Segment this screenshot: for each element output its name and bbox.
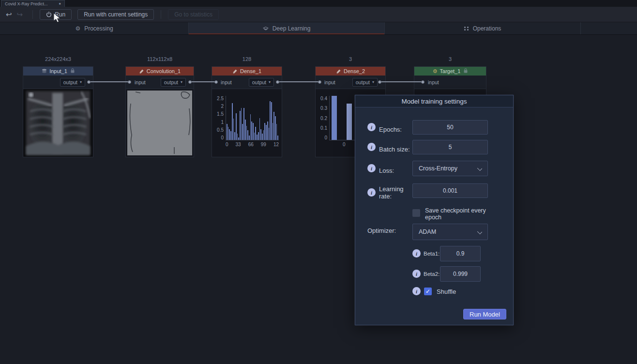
caret-down-icon: ▾ [372, 80, 374, 84]
node-dense2-ports: input output ▾ [316, 76, 385, 89]
input-port-dot[interactable] [128, 80, 131, 84]
component-ribbon: ⚙ Processing Deep Learning Operations [0, 22, 637, 35]
x-tick-label: 0 [343, 142, 346, 147]
y-tick-label: 1 [221, 120, 224, 125]
run-with-settings-label: Run with current settings [84, 11, 148, 18]
ribbon-section-operations[interactable]: Operations [385, 22, 581, 34]
dense1-output-port-dropdown[interactable]: output ▾ [249, 78, 274, 87]
output-port-dot[interactable] [276, 80, 279, 84]
model-tab[interactable]: Covid X-Ray Predict... ● [1, 0, 65, 7]
chart-bar [271, 102, 272, 140]
chart-bar [247, 130, 248, 140]
toolbar-divider [161, 10, 161, 19]
beta2-value: 0.999 [453, 271, 468, 277]
chart-bar [259, 118, 260, 140]
x-tick-label: 33 [236, 142, 241, 147]
chart-bar [253, 123, 254, 140]
batch-size-label: Batch size: [379, 146, 410, 153]
input-port-dot[interactable] [318, 80, 321, 84]
output-port-dot[interactable] [87, 80, 91, 84]
node-convolution1-header[interactable]: Convolution_1 [126, 67, 194, 76]
info-icon[interactable]: i [367, 188, 376, 197]
node-target1-title: Target_1 [440, 68, 461, 74]
info-icon[interactable]: i [412, 287, 421, 295]
chart-bar [273, 112, 274, 140]
output-port-label: output [164, 79, 178, 85]
info-icon[interactable]: i [412, 270, 421, 278]
chart-bar [258, 132, 259, 140]
dense1-shape-label: 128 [212, 56, 282, 62]
learning-rate-value: 0.001 [443, 187, 457, 194]
beta1-input[interactable]: 0.9 [440, 246, 481, 261]
lock-icon [71, 68, 75, 74]
chart-bar [251, 121, 252, 140]
toolbar: ↩ ↪ Run Run with current settings Go to … [0, 7, 637, 22]
y-tick-label: 2.5 [217, 96, 224, 101]
batch-size-input[interactable]: 5 [412, 140, 488, 154]
info-icon[interactable]: i [367, 164, 376, 172]
target-gear-icon: ⚙ [433, 69, 438, 74]
chart-bar [243, 108, 244, 140]
input1-output-port-dropdown[interactable]: output ▾ [60, 78, 85, 87]
node-input1-ports: output ▾ [23, 76, 93, 89]
input1-xray-preview [23, 89, 93, 157]
y-tick-label: 0 [221, 135, 224, 140]
shuffle-checkbox[interactable]: ✓ [424, 288, 432, 295]
ribbon-section-deep-learning[interactable]: Deep Learning [189, 22, 385, 34]
chart-bar [242, 124, 243, 140]
learning-rate-label: Learning rate: [379, 186, 409, 200]
model-tab-title: Covid X-Ray Predict... [5, 1, 56, 6]
y-tick-label: 0.4 [320, 96, 327, 101]
info-icon[interactable]: i [367, 143, 376, 151]
shuffle-label: Shuffle [437, 288, 456, 295]
learning-rate-input[interactable]: 0.001 [412, 183, 488, 198]
info-icon[interactable]: i [367, 123, 376, 131]
output-port-label: output [252, 79, 266, 85]
input-port-label: input [135, 79, 146, 85]
info-icon[interactable]: i [412, 249, 421, 258]
beta1-value: 0.9 [456, 250, 465, 257]
save-checkpoint-checkbox[interactable] [412, 209, 420, 217]
chart-bar [250, 114, 251, 140]
dense2-chart-yaxis: 0.40.30.20.10 [318, 96, 329, 140]
beta2-label: Beta2: [424, 271, 440, 277]
dense1-chart-bars [226, 96, 279, 140]
node-input1[interactable]: Input_1 output ▾ [23, 66, 93, 157]
go-to-statistics-button[interactable]: Go to statistics [168, 9, 219, 20]
chart-bar [269, 128, 270, 140]
output-port-dot[interactable] [378, 80, 381, 84]
node-convolution1[interactable]: Convolution_1 input output ▾ [125, 66, 194, 157]
chart-bar [230, 131, 231, 140]
optimizer-value: ADAM [419, 228, 436, 235]
optimizer-select[interactable]: ADAM [412, 224, 488, 240]
node-dense1-header[interactable]: Dense_1 [212, 67, 282, 76]
tab-close-dot-icon[interactable]: ● [59, 2, 61, 6]
convolution1-output-port-dropdown[interactable]: output ▾ [161, 78, 186, 87]
epochs-input[interactable]: 50 [412, 120, 488, 135]
chart-bar [257, 135, 258, 140]
node-target1-ports: input [414, 76, 486, 89]
chart-bar [236, 113, 237, 140]
redo-arrow-icon[interactable]: ↪ [17, 11, 23, 18]
chart-bar [266, 125, 267, 140]
run-with-settings-button[interactable]: Run with current settings [77, 9, 154, 20]
undo-arrow-icon[interactable]: ↩ [6, 11, 12, 18]
loss-select[interactable]: Cross-Entropy [412, 161, 488, 176]
chart-bar [233, 119, 234, 140]
input-port-dot[interactable] [421, 80, 425, 84]
node-input1-header[interactable]: Input_1 [23, 67, 93, 76]
dense2-output-port-dropdown[interactable]: output ▾ [352, 78, 378, 87]
node-dense2-header[interactable]: Dense_2 [316, 67, 385, 76]
target1-shape-label: 3 [414, 56, 486, 62]
output-port-dot[interactable] [188, 80, 192, 84]
ribbon-section-processing[interactable]: ⚙ Processing [0, 22, 189, 34]
chart-bar [347, 104, 352, 140]
run-model-button[interactable]: Run Model [463, 309, 506, 319]
top-tab-strip: Covid X-Ray Predict... ● [0, 0, 637, 7]
y-tick-label: 0.5 [217, 127, 224, 133]
node-target1-header[interactable]: ⚙ Target_1 [414, 67, 486, 76]
node-dense1[interactable]: Dense_1 input output ▾ 2.521.510.50 0336… [212, 66, 282, 157]
beta2-input[interactable]: 0.999 [440, 266, 481, 282]
input-port-dot[interactable] [214, 80, 218, 84]
chart-bar [276, 124, 277, 140]
